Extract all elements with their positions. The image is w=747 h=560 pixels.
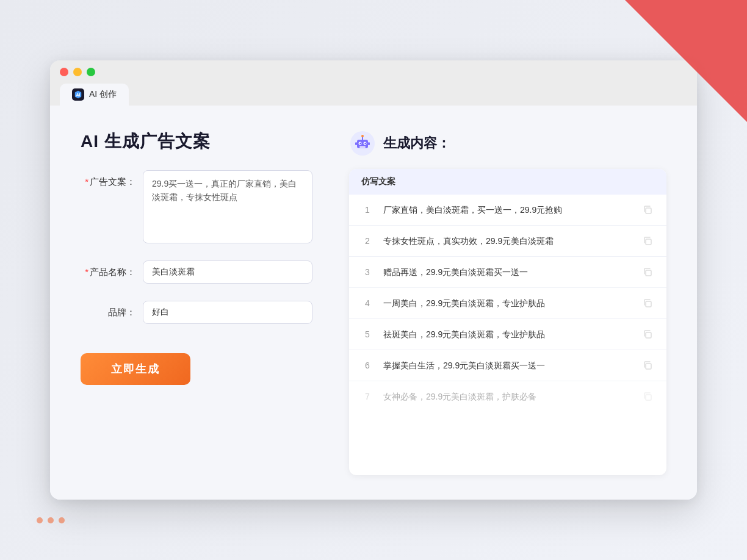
result-number: 5 bbox=[361, 329, 374, 339]
browser-content: AI 生成广告文案 *广告文案： *产品名称： 品牌： 立 bbox=[50, 106, 697, 500]
result-text: 一周美白，29.9元美白淡斑霜，专业护肤品 bbox=[383, 297, 631, 310]
left-panel: AI 生成广告文案 *广告文案： *产品名称： 品牌： 立 bbox=[81, 130, 312, 475]
tab-label: AI 创作 bbox=[89, 89, 117, 100]
svg-text:AI: AI bbox=[76, 93, 81, 97]
svg-rect-13 bbox=[646, 208, 651, 214]
copy-icon[interactable] bbox=[641, 296, 654, 310]
ad-copy-group: *广告文案： bbox=[81, 170, 312, 243]
robot-icon bbox=[349, 130, 376, 157]
copy-icon[interactable] bbox=[641, 359, 654, 372]
product-name-input[interactable] bbox=[143, 260, 312, 284]
traffic-light-green[interactable] bbox=[87, 68, 95, 76]
brand-input[interactable] bbox=[143, 301, 312, 324]
result-number: 7 bbox=[361, 392, 374, 401]
result-row: 1厂家直销，美白淡斑霜，买一送一，29.9元抢购 bbox=[349, 195, 666, 226]
ad-copy-required: * bbox=[85, 176, 88, 187]
result-row: 3赠品再送，29.9元美白淡斑霜买一送一 bbox=[349, 257, 666, 288]
svg-rect-19 bbox=[646, 395, 651, 400]
results-list: 1厂家直销，美白淡斑霜，买一送一，29.9元抢购 2专抹女性斑点，真实功效，29… bbox=[349, 195, 666, 412]
copy-icon[interactable] bbox=[641, 265, 654, 279]
result-text: 赠品再送，29.9元美白淡斑霜买一送一 bbox=[383, 266, 631, 279]
result-number: 4 bbox=[361, 298, 374, 308]
svg-point-6 bbox=[359, 143, 361, 144]
result-row: 7女神必备，29.9元美白淡斑霜，护肤必备 bbox=[349, 381, 666, 412]
bg-dots-decoration bbox=[37, 517, 65, 523]
results-container: 仿写文案 1厂家直销，美白淡斑霜，买一送一，29.9元抢购 2专抹女性斑点，真实… bbox=[349, 169, 666, 475]
result-row: 5祛斑美白，29.9元美白淡斑霜，专业护肤品 bbox=[349, 319, 666, 350]
result-number: 6 bbox=[361, 361, 374, 370]
browser-controls bbox=[60, 68, 687, 76]
svg-rect-14 bbox=[646, 239, 651, 245]
ad-copy-input[interactable] bbox=[143, 170, 312, 243]
browser-tabs: AI AI 创作 bbox=[60, 84, 687, 106]
result-row: 6掌握美白生活，29.9元美白淡斑霜买一送一 bbox=[349, 350, 666, 381]
result-text: 掌握美白生活，29.9元美白淡斑霜买一送一 bbox=[383, 359, 631, 372]
generate-button[interactable]: 立即生成 bbox=[81, 353, 190, 385]
right-header: 生成内容： bbox=[349, 130, 666, 157]
svg-rect-17 bbox=[646, 332, 651, 338]
result-text: 祛斑美白，29.9元美白淡斑霜，专业护肤品 bbox=[383, 328, 631, 341]
product-name-label: *产品名称： bbox=[81, 260, 135, 278]
traffic-light-yellow[interactable] bbox=[73, 68, 82, 76]
tab-ai-icon: AI bbox=[72, 88, 84, 101]
brand-label: 品牌： bbox=[81, 301, 135, 318]
svg-rect-16 bbox=[646, 301, 651, 307]
result-text: 专抹女性斑点，真实功效，29.9元美白淡斑霜 bbox=[383, 235, 631, 248]
ad-copy-label: *广告文案： bbox=[81, 170, 135, 188]
product-name-group: *产品名称： bbox=[81, 260, 312, 284]
svg-point-7 bbox=[364, 143, 366, 144]
copy-icon[interactable] bbox=[641, 390, 654, 403]
svg-rect-12 bbox=[368, 142, 370, 145]
brand-group: 品牌： bbox=[81, 301, 312, 324]
browser-tab-ai[interactable]: AI AI 创作 bbox=[60, 84, 129, 106]
product-name-required: * bbox=[85, 267, 88, 277]
right-title: 生成内容： bbox=[383, 134, 450, 153]
svg-rect-18 bbox=[646, 364, 651, 369]
copy-icon[interactable] bbox=[641, 328, 654, 341]
result-number: 3 bbox=[361, 267, 374, 277]
traffic-light-red[interactable] bbox=[60, 68, 68, 76]
copy-icon[interactable] bbox=[641, 234, 654, 248]
svg-rect-15 bbox=[646, 270, 651, 276]
result-row: 4一周美白，29.9元美白淡斑霜，专业护肤品 bbox=[349, 288, 666, 319]
result-number: 2 bbox=[361, 236, 374, 246]
browser-window: AI AI 创作 AI 生成广告文案 *广告文案： *产品名称： bbox=[50, 60, 697, 500]
result-text: 厂家直销，美白淡斑霜，买一送一，29.9元抢购 bbox=[383, 204, 631, 217]
bg-triangle-decoration bbox=[625, 0, 747, 122]
copy-icon[interactable] bbox=[641, 203, 654, 217]
svg-rect-11 bbox=[355, 142, 357, 145]
results-header: 仿写文案 bbox=[349, 169, 666, 195]
result-number: 1 bbox=[361, 205, 374, 215]
browser-chrome: AI AI 创作 bbox=[50, 60, 697, 106]
right-panel: 生成内容： 仿写文案 1厂家直销，美白淡斑霜，买一送一，29.9元抢购 2专抹女… bbox=[349, 130, 666, 475]
page-title: AI 生成广告文案 bbox=[81, 130, 312, 153]
svg-point-9 bbox=[361, 135, 364, 137]
result-row: 2专抹女性斑点，真实功效，29.9元美白淡斑霜 bbox=[349, 226, 666, 257]
result-text: 女神必备，29.9元美白淡斑霜，护肤必备 bbox=[383, 390, 631, 403]
svg-rect-10 bbox=[359, 146, 366, 148]
